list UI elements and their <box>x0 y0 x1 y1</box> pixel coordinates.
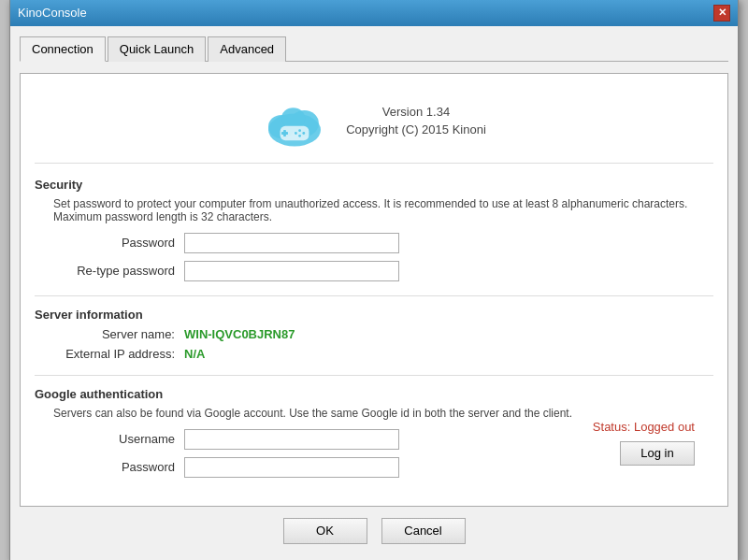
google-password-row: Password <box>35 457 713 478</box>
svg-point-10 <box>295 132 297 135</box>
google-password-input[interactable] <box>184 457 399 478</box>
tab-quick-launch[interactable]: Quick Launch <box>108 36 207 62</box>
external-ip-row: External IP address: N/A <box>35 347 713 361</box>
cloud-icon <box>262 97 327 149</box>
window-body: Connection Quick Launch Advanced <box>10 26 738 561</box>
server-name-label: Server name: <box>53 327 175 341</box>
title-bar: KinoConsole ✕ <box>10 0 738 26</box>
server-info-title: Server information <box>35 308 713 322</box>
tab-connection[interactable]: Connection <box>20 36 106 62</box>
server-info-section: Server information Server name: WIN-IQVC… <box>35 308 713 361</box>
main-window: KinoConsole ✕ Connection Quick Launch Ad… <box>9 0 739 560</box>
tab-bar: Connection Quick Launch Advanced <box>20 36 728 62</box>
svg-point-9 <box>298 134 301 136</box>
server-name-row: Server name: WIN-IQVC0BJRN87 <box>35 327 713 341</box>
password-input[interactable] <box>184 233 399 253</box>
tab-advanced[interactable]: Advanced <box>208 36 286 62</box>
svg-point-8 <box>303 132 306 135</box>
google-auth-description: Servers can also be found via Google acc… <box>35 407 713 420</box>
ok-button[interactable]: OK <box>283 518 367 544</box>
security-description: Set password to protect your computer fr… <box>35 197 713 223</box>
content-area: Version 1.34 Copyright (C) 2015 Kinoni S… <box>20 73 728 507</box>
google-username-input[interactable] <box>184 429 399 450</box>
external-ip-label: External IP address: <box>53 347 175 361</box>
password-row: Password <box>35 233 713 253</box>
retype-password-row: Re-type password <box>35 261 713 281</box>
google-username-label: Username <box>53 432 175 446</box>
google-password-label: Password <box>53 460 175 474</box>
copyright-text: Copyright (C) 2015 Kinoni <box>346 122 486 136</box>
google-auth-section: Google authentication Servers can also b… <box>35 387 713 478</box>
svg-point-3 <box>281 108 305 128</box>
close-button[interactable]: ✕ <box>713 5 730 22</box>
status-badge: Status: Logged out <box>593 420 695 434</box>
retype-label: Re-type password <box>53 264 175 278</box>
external-ip-value: N/A <box>184 347 205 361</box>
google-auth-title: Google authentication <box>35 387 713 401</box>
security-title: Security <box>35 178 713 192</box>
security-section: Security Set password to protect your co… <box>35 178 713 281</box>
window-title: KinoConsole <box>18 6 87 20</box>
divider-1 <box>35 295 713 296</box>
svg-rect-6 <box>281 132 288 135</box>
footer: OK Cancel <box>20 507 728 552</box>
login-button[interactable]: Log in <box>620 441 695 466</box>
cancel-button[interactable]: Cancel <box>381 518 466 544</box>
server-name-value: WIN-IQVC0BJRN87 <box>184 327 295 341</box>
password-label: Password <box>53 236 175 250</box>
version-info: Version 1.34 Copyright (C) 2015 Kinoni <box>346 105 486 140</box>
header-section: Version 1.34 Copyright (C) 2015 Kinoni <box>35 88 713 164</box>
version-text: Version 1.34 <box>346 105 486 119</box>
retype-password-input[interactable] <box>184 261 399 281</box>
divider-2 <box>35 375 713 376</box>
svg-point-7 <box>298 129 301 132</box>
